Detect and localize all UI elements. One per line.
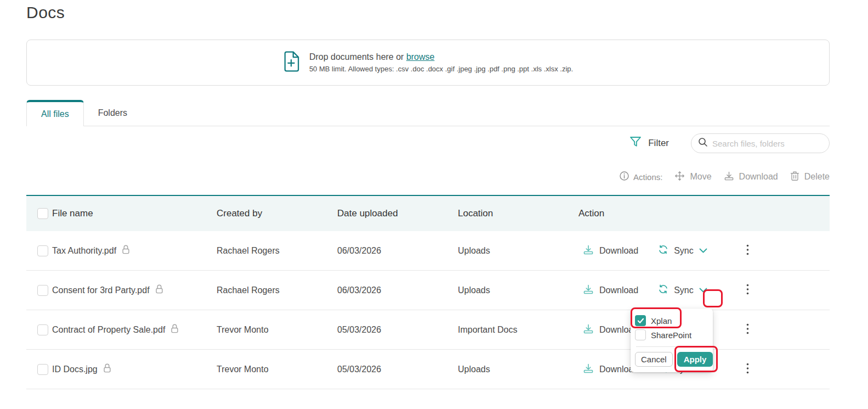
actions-bar: Actions: Move Download [26, 169, 830, 184]
docs-page: Docs Drop documents here or browse 50 MB… [0, 0, 868, 409]
kebab-menu-icon[interactable] [743, 242, 752, 260]
col-created-by: Created by [217, 208, 337, 219]
download-action-label: Download [739, 172, 778, 182]
file-name: Contract of Property Sale.pdf [52, 325, 165, 335]
download-icon [583, 244, 594, 257]
move-label: Move [690, 172, 711, 182]
dropzone-prompt: Drop documents here or [309, 52, 404, 61]
xplan-label: Xplan [651, 316, 672, 326]
sharepoint-label: SharePoint [651, 330, 691, 340]
lock-icon [155, 284, 163, 296]
col-action: Action [578, 208, 743, 219]
date-uploaded: 06/03/2026 [337, 285, 458, 295]
date-uploaded: 05/03/2026 [337, 325, 458, 335]
info-icon [620, 171, 629, 182]
filter-icon [629, 136, 642, 150]
dropzone-text: Drop documents here or browse 50 MB limi… [309, 52, 573, 73]
popup-option-xplan[interactable]: Xplan [635, 313, 707, 328]
sync-icon [658, 244, 668, 257]
tab-folders[interactable]: Folders [84, 100, 141, 126]
sharepoint-checkbox[interactable] [635, 329, 646, 340]
chevron-down-icon[interactable] [699, 285, 707, 295]
sync-destination-popup: Xplan SharePoint Cancel Apply [631, 309, 713, 372]
row-checkbox[interactable] [37, 364, 48, 375]
page-title: Docs [26, 3, 830, 22]
location: Important Docs [458, 325, 578, 335]
chevron-down-icon[interactable] [699, 246, 707, 256]
download-action[interactable]: Download [724, 171, 778, 183]
tabs: All files Folders [26, 100, 830, 126]
toolbar: Filter [26, 133, 830, 153]
popup-divider [636, 346, 697, 347]
row-checkbox[interactable] [37, 324, 48, 335]
table-row: Consent for 3rd Party.pdf Rachael Rogers… [26, 271, 830, 310]
download-icon [583, 363, 594, 376]
trash-icon [790, 171, 799, 183]
table-row: Tax Authority.pdf Rachael Rogers 06/03/2… [26, 231, 830, 271]
row-checkbox[interactable] [37, 245, 48, 256]
filter-button[interactable]: Filter [629, 136, 669, 150]
search-icon [698, 137, 708, 149]
file-name: Consent for 3rd Party.pdf [52, 285, 150, 295]
search-box[interactable] [691, 133, 830, 153]
lock-icon [171, 323, 179, 336]
tab-all-files[interactable]: All files [26, 100, 84, 126]
kebab-menu-icon[interactable] [743, 282, 752, 299]
sync-icon [658, 284, 668, 296]
cancel-button[interactable]: Cancel [635, 352, 673, 367]
created-by: Rachael Rogers [217, 285, 337, 295]
search-input[interactable] [712, 139, 822, 148]
table-header: File name Created by Date uploaded Locat… [26, 195, 830, 231]
dropzone-limits: 50 MB limit. Allowed types: .csv .doc .d… [309, 65, 573, 73]
xplan-checkbox-checked[interactable] [635, 315, 646, 326]
file-name: Tax Authority.pdf [52, 246, 116, 256]
delete-label: Delete [804, 172, 830, 182]
col-location: Location [458, 208, 578, 219]
col-date-uploaded: Date uploaded [337, 208, 458, 219]
lock-icon [122, 244, 130, 257]
date-uploaded: 06/03/2026 [337, 246, 458, 256]
move-action[interactable]: Move [674, 171, 711, 183]
location: Uploads [458, 246, 578, 256]
download-icon [583, 284, 594, 297]
actions-label: Actions: [633, 172, 662, 182]
row-download-button[interactable]: Download [599, 246, 638, 256]
browse-link[interactable]: browse [406, 52, 435, 61]
download-icon [724, 171, 734, 183]
location: Uploads [458, 365, 578, 374]
kebab-menu-icon[interactable] [743, 321, 752, 339]
move-icon [674, 171, 685, 183]
row-checkbox[interactable] [37, 285, 48, 296]
row-download-button[interactable]: Download [599, 285, 638, 295]
row-sync-button[interactable]: Sync [674, 285, 694, 295]
col-file-name: File name [52, 208, 217, 219]
delete-action[interactable]: Delete [790, 171, 830, 183]
created-by: Trevor Monto [217, 365, 337, 374]
lock-icon [103, 363, 111, 376]
created-by: Rachael Rogers [217, 246, 337, 256]
popup-option-sharepoint[interactable]: SharePoint [635, 328, 707, 342]
download-icon [583, 323, 594, 337]
location: Uploads [458, 285, 578, 295]
filter-label: Filter [648, 138, 669, 149]
row-sync-button[interactable]: Sync [674, 246, 694, 256]
document-dropzone[interactable]: Drop documents here or browse 50 MB limi… [26, 40, 830, 86]
select-all-checkbox[interactable] [37, 208, 48, 219]
file-name: ID Docs.jpg [52, 365, 98, 374]
apply-button[interactable]: Apply [677, 352, 713, 367]
created-by: Trevor Monto [217, 325, 337, 335]
date-uploaded: 05/03/2026 [337, 365, 458, 374]
file-plus-icon [283, 51, 299, 74]
kebab-menu-icon[interactable] [743, 361, 752, 378]
